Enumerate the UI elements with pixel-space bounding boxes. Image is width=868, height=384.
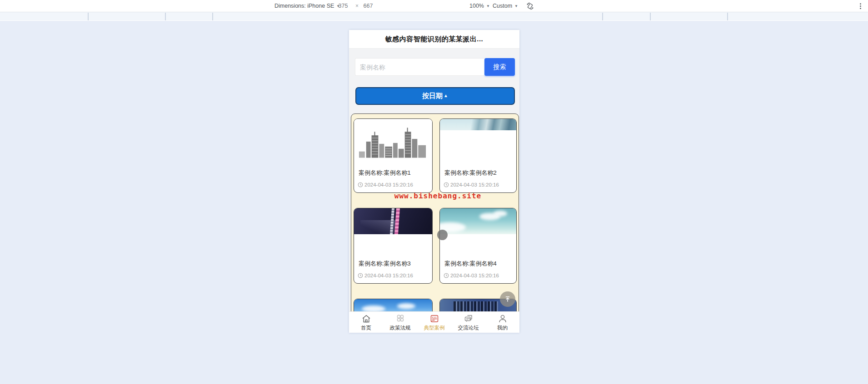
tab-label: 交流论坛 xyxy=(458,325,479,331)
sort-ascending-icon: ▲ xyxy=(444,93,448,98)
case-card[interactable]: 案例名称:案例名称3 2024-04-03 15:20:16 xyxy=(354,208,433,284)
case-time: 2024-04-03 15:20:16 xyxy=(444,273,499,278)
grid-circles-icon xyxy=(395,314,405,324)
device-type-select[interactable]: Dimensions: iPhone SE▼ xyxy=(274,0,340,12)
media-query-divider xyxy=(650,13,651,20)
zoom-select[interactable]: 100%▼ xyxy=(469,0,490,12)
throttling-select[interactable]: Custom▼ xyxy=(493,0,518,12)
tab-forum[interactable]: 交流论坛 xyxy=(451,312,485,333)
media-query-divider xyxy=(212,13,213,20)
device-viewport: 敏感内容智能识别的某某派出... 搜索 按日期 ▲ xyxy=(349,30,519,333)
case-time: 2024-04-03 15:20:16 xyxy=(444,182,499,187)
city-skyline-illustration xyxy=(357,123,429,159)
case-title: 案例名称:案例名称1 xyxy=(359,169,411,177)
case-timestamp: 2024-04-03 15:20:16 xyxy=(364,182,413,187)
clock-icon xyxy=(358,273,363,278)
case-card[interactable]: 案例名称:案例名称1 2024-04-03 15:20:16 xyxy=(354,118,433,193)
case-title: 案例名称:案例名称3 xyxy=(359,260,411,268)
tab-policies[interactable]: 政策法规 xyxy=(383,312,417,333)
case-card[interactable]: 案例名称:案例名称2 2024-04-03 15:20:16 xyxy=(439,118,517,193)
browser-window: Dimensions: iPhone SE▼ × 100%▼ Custom▼ xyxy=(0,0,868,384)
arrow-to-top-icon xyxy=(503,295,512,304)
case-card[interactable]: 案例名称:案例名称4 2024-04-03 15:20:16 xyxy=(439,208,517,284)
case-time: 2024-04-03 15:20:16 xyxy=(358,182,413,187)
media-query-divider xyxy=(602,13,603,20)
tab-profile[interactable]: 我的 xyxy=(485,312,519,333)
media-query-divider xyxy=(88,13,89,20)
tab-bar: 首页 政策法规 典型案例 xyxy=(349,311,519,333)
search-button[interactable]: 搜索 xyxy=(484,58,515,76)
search-input[interactable] xyxy=(355,58,484,76)
tab-label: 典型案例 xyxy=(424,325,445,331)
clock-icon xyxy=(358,182,363,187)
dimensions-separator: × xyxy=(355,0,359,12)
tab-label: 首页 xyxy=(361,325,371,331)
sort-by-date-button[interactable]: 按日期 ▲ xyxy=(355,87,515,105)
rotate-viewport-icon[interactable] xyxy=(526,2,534,10)
cases-panel: 案例名称:案例名称1 2024-04-03 15:20:16 案例名称:案例名称… xyxy=(351,113,519,333)
clock-icon xyxy=(444,273,449,278)
tab-typical-cases[interactable]: 典型案例 xyxy=(417,312,451,333)
tab-home[interactable]: 首页 xyxy=(349,312,383,333)
devtools-device-toolbar: Dimensions: iPhone SE▼ × 100%▼ Custom▼ xyxy=(0,0,868,12)
case-timestamp: 2024-04-03 15:20:16 xyxy=(364,273,413,278)
case-image xyxy=(354,208,432,234)
case-image xyxy=(440,208,516,234)
device-type-label: Dimensions: iPhone SE xyxy=(274,3,334,9)
case-title: 案例名称:案例名称2 xyxy=(444,169,497,177)
tab-label: 我的 xyxy=(497,325,508,331)
viewport-height-input[interactable] xyxy=(360,1,376,10)
page-title: 敏感内容智能识别的某某派出... xyxy=(385,35,484,44)
chevron-down-icon: ▼ xyxy=(486,0,490,12)
throttling-value: Custom xyxy=(493,3,512,9)
case-title: 案例名称:案例名称4 xyxy=(444,260,497,268)
case-image xyxy=(440,119,516,130)
case-timestamp: 2024-04-03 15:20:16 xyxy=(450,273,499,278)
home-icon xyxy=(361,314,371,324)
case-list-icon xyxy=(429,314,439,324)
clock-icon xyxy=(444,182,449,187)
media-query-divider xyxy=(165,13,166,20)
case-timestamp: 2024-04-03 15:20:16 xyxy=(450,182,499,187)
case-image xyxy=(354,119,432,159)
page-title-bar: 敏感内容智能识别的某某派出... xyxy=(349,30,519,49)
watermark-text: www.bishebang.site xyxy=(394,192,481,200)
case-time: 2024-04-03 15:20:16 xyxy=(358,273,413,278)
media-query-divider xyxy=(727,13,728,20)
viewport-width-input[interactable] xyxy=(335,1,351,10)
sort-by-date-label: 按日期 xyxy=(422,92,443,100)
forum-bubbles-icon xyxy=(464,314,474,324)
more-options-icon[interactable] xyxy=(857,2,864,10)
back-to-top-button[interactable] xyxy=(500,291,515,307)
profile-icon xyxy=(498,314,508,324)
media-query-bar[interactable] xyxy=(0,12,868,21)
zoom-value: 100% xyxy=(469,3,484,9)
chevron-down-icon: ▼ xyxy=(514,0,518,12)
search-bar: 搜索 xyxy=(355,58,515,76)
tab-label: 政策法规 xyxy=(390,325,411,331)
floating-drag-dot[interactable] xyxy=(437,230,448,240)
